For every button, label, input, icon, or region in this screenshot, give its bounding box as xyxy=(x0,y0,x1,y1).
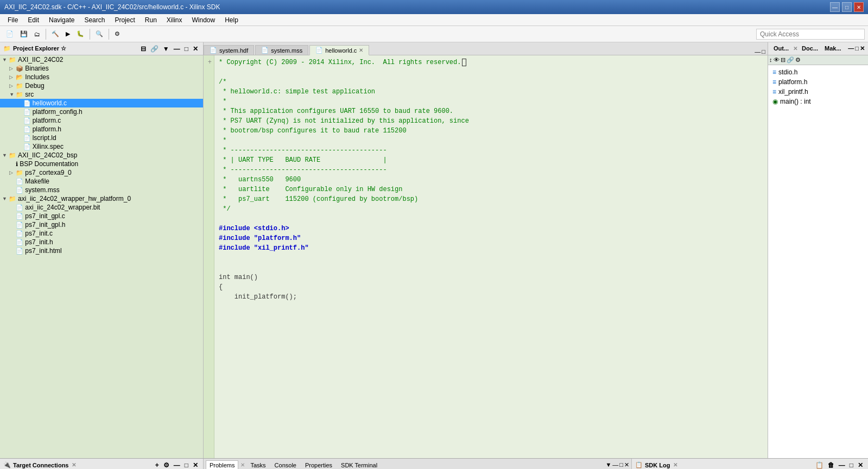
outline-close[interactable]: ✕ xyxy=(793,46,797,52)
sdk-copy-icon[interactable]: 📋 xyxy=(814,461,825,469)
outline-hide-icon[interactable]: 👁 xyxy=(774,56,780,64)
menu-run[interactable]: Run xyxy=(141,15,161,25)
menu-help[interactable]: Help xyxy=(220,15,243,25)
problems-filter-icon[interactable]: ▼ xyxy=(605,461,611,468)
link-editor-icon[interactable]: 🔗 xyxy=(149,45,160,53)
menu-window[interactable]: Window xyxy=(188,15,220,25)
quick-access-input[interactable] xyxy=(756,29,865,40)
target-close-icon[interactable]: ✕ xyxy=(191,461,200,469)
tab-console[interactable]: Console xyxy=(271,461,300,470)
tree-item[interactable]: ▼ 📁 axi_iic_24c02_wrapper_hw_platform_0 xyxy=(0,194,203,203)
tab-system-hdf[interactable]: 📄 system.hdf xyxy=(204,45,254,55)
tree-item[interactable]: 📄 helloworld.c xyxy=(0,99,203,107)
tree-item[interactable]: 📄 lscript.ld xyxy=(0,134,203,142)
toolbar-save[interactable]: 💾 xyxy=(17,29,30,39)
problems-minimize-icon[interactable]: — xyxy=(612,461,618,468)
tree-item[interactable]: ▷ 📂 Includes xyxy=(0,73,203,81)
tab-tasks[interactable]: Tasks xyxy=(247,461,269,470)
tree-item[interactable]: ▷ 📦 Binaries xyxy=(0,64,203,73)
tree-item[interactable]: 📄 axi_iic_24c02_wrapper.bit xyxy=(0,203,203,212)
minimize-button[interactable]: — xyxy=(830,2,840,12)
outline-minimize-icon[interactable]: — xyxy=(848,45,854,52)
code-editor[interactable]: * Copyright (C) 2009 - 2014 Xilinx, Inc.… xyxy=(214,55,768,458)
sdk-maximize-icon[interactable]: □ xyxy=(848,461,855,469)
tab-close-c[interactable]: ✕ xyxy=(359,47,363,53)
tab-problems[interactable]: Problems xyxy=(206,460,238,469)
tab-doc[interactable]: Doc... xyxy=(800,44,820,53)
toolbar-run[interactable]: ▶ xyxy=(63,29,73,39)
tree-item[interactable]: 📄 platform.h xyxy=(0,125,203,134)
outline-item[interactable]: ≡ xil_printf.h xyxy=(770,87,866,97)
outline-maximize-icon[interactable]: □ xyxy=(855,45,859,52)
tree-item[interactable]: 📄 Makefile xyxy=(0,177,203,186)
code-line xyxy=(219,253,763,263)
collapse-all-icon[interactable]: ⊟ xyxy=(139,45,148,53)
tab-helloworld-c[interactable]: 📄 helloworld.c ✕ xyxy=(309,45,369,55)
close-button[interactable]: ✕ xyxy=(854,2,864,12)
menu-xilinx[interactable]: Xilinx xyxy=(162,15,187,25)
outline-item[interactable]: ≡ stdio.h xyxy=(770,67,866,77)
maximize-panel-icon[interactable]: □ xyxy=(183,45,190,53)
outline-sort-icon[interactable]: ↕ xyxy=(769,56,772,64)
outline-collapse-icon[interactable]: ⊟ xyxy=(781,56,785,64)
tree-item[interactable]: 📄 Xilinx.spec xyxy=(0,142,203,151)
tab-outline[interactable]: Out... xyxy=(771,44,791,53)
close-panel-icon[interactable]: ✕ xyxy=(191,45,200,53)
menu-search[interactable]: Search xyxy=(80,15,109,25)
tree-item[interactable]: ▼ 📁 AXI_IIC_24C02 xyxy=(0,55,203,64)
target-maximize-icon[interactable]: □ xyxy=(183,461,190,469)
outline-settings-icon[interactable]: ⚙ xyxy=(795,56,801,64)
tree-item[interactable]: 📄 ps7_init_gpl.h xyxy=(0,220,203,229)
tree-item[interactable]: ▷ 📁 ps7_cortexa9_0 xyxy=(0,168,203,177)
problems-close-icon[interactable]: ✕ xyxy=(624,461,629,468)
sdk-minimize-icon[interactable]: — xyxy=(837,461,847,469)
tree-item[interactable]: 📄 ps7_init_gpl.c xyxy=(0,212,203,220)
toolbar-build[interactable]: 🔨 xyxy=(49,29,62,39)
tree-item[interactable]: 📄 system.mss xyxy=(0,186,203,194)
tab-mak[interactable]: Mak... xyxy=(822,44,844,53)
target-minimize-icon[interactable]: — xyxy=(172,461,182,469)
menu-edit[interactable]: Edit xyxy=(23,15,43,25)
tree-item[interactable]: 📄 platform.c xyxy=(0,116,203,125)
tree-item[interactable]: 📄 ps7_init.c xyxy=(0,229,203,238)
outline-close-icon[interactable]: ✕ xyxy=(860,45,865,52)
outline-item[interactable]: ◉ main() : int xyxy=(770,97,866,106)
outline-tabs: Out... ✕ Doc... Mak... — □ ✕ xyxy=(771,42,865,55)
menu-project[interactable]: Project xyxy=(110,15,139,25)
minimize-panel-icon[interactable]: — xyxy=(172,45,182,53)
target-settings-icon[interactable]: ⚙ xyxy=(162,461,171,469)
tree-item[interactable]: ℹ BSP Documentation xyxy=(0,160,203,168)
menu-file[interactable]: File xyxy=(3,15,22,25)
editor-minimize-icon[interactable]: — xyxy=(755,48,761,55)
sdk-close-icon[interactable]: ✕ xyxy=(856,461,865,469)
menu-navigate[interactable]: Navigate xyxy=(45,15,79,25)
outline-item[interactable]: ≡ platform.h xyxy=(770,77,866,87)
sdk-close-small[interactable]: ✕ xyxy=(673,462,677,468)
toolbar-search[interactable]: 🔍 xyxy=(93,29,106,39)
tree-item[interactable]: 📄 platform_config.h xyxy=(0,107,203,116)
outline-link-icon[interactable]: 🔗 xyxy=(787,56,794,64)
tab-sdk-terminal[interactable]: SDK Terminal xyxy=(338,461,381,470)
tree-item[interactable]: ▼ 📁 src xyxy=(0,90,203,99)
code-line: * This application configures UART 16550… xyxy=(219,106,763,116)
problems-maximize-icon[interactable]: □ xyxy=(619,461,623,468)
tree-item[interactable]: ▷ 📁 Debug xyxy=(0,81,203,90)
tree-item[interactable]: 📄 ps7_init.html xyxy=(0,246,203,255)
tab-system-mss[interactable]: 📄 system.mss xyxy=(255,45,308,55)
toolbar-perspective[interactable]: ⚙ xyxy=(112,29,123,39)
toolbar-debug[interactable]: 🐛 xyxy=(74,29,87,39)
maximize-button[interactable]: □ xyxy=(842,2,852,12)
editor-maximize-icon[interactable]: □ xyxy=(762,48,765,55)
tree-item[interactable]: 📄 ps7_init.h xyxy=(0,238,203,246)
tree-icon: ℹ xyxy=(16,161,18,168)
target-close-small[interactable]: ✕ xyxy=(72,462,76,468)
tree-item[interactable]: ▼ 📁 AXI_IIC_24C02_bsp xyxy=(0,151,203,160)
toolbar-new[interactable]: 📄 xyxy=(3,29,16,39)
target-add-icon[interactable]: + xyxy=(154,461,161,469)
tree-label: ps7_init.c xyxy=(25,230,53,237)
problems-close-small[interactable]: ✕ xyxy=(240,462,245,468)
toolbar-saveall[interactable]: 🗂 xyxy=(31,29,43,39)
filter-icon[interactable]: ▼ xyxy=(161,45,171,53)
tab-properties[interactable]: Properties xyxy=(302,461,335,470)
sdk-clear-icon[interactable]: 🗑 xyxy=(826,461,836,469)
